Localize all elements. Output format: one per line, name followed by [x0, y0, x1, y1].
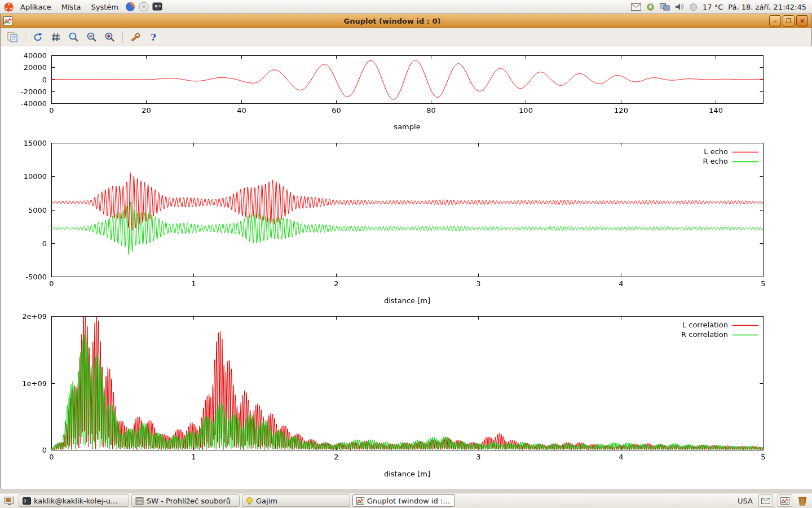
toggle-grid-button[interactable] — [48, 30, 63, 45]
menu-applications-label: Aplikace — [20, 3, 51, 11]
minimize-button[interactable]: – — [769, 15, 781, 27]
top-panel: Aplikace Místa Systém 17 °C Pá, 18. září… — [0, 0, 812, 14]
distributor-logo-icon[interactable] — [2, 1, 15, 13]
gnuplot-toolbar: ? — [1, 28, 811, 46]
taskbar-button-terminal[interactable]: kaklik@kaklik-kolej-u... — [19, 494, 129, 507]
taskbar-button-gajim[interactable]: Gajim — [242, 494, 350, 507]
titlebar[interactable]: Gnuplot (window id : 0) – ❐ ✕ — [1, 14, 811, 28]
replot-button[interactable] — [30, 30, 45, 45]
toolbar-separator — [122, 32, 123, 43]
toolbar-separator — [25, 32, 25, 43]
zoom-previous-button[interactable] — [85, 30, 99, 45]
gnuplot-tray-icon[interactable] — [778, 494, 792, 507]
plot-area — [1, 46, 812, 490]
terminal-icon — [23, 497, 31, 505]
taskbar-button-gnuplot[interactable]: Gnuplot (window id : 0) — [352, 494, 455, 507]
show-desktop-button[interactable] — [2, 494, 16, 507]
settings-wrench-button[interactable] — [128, 30, 143, 45]
file-cabinet-icon — [135, 497, 144, 505]
taskbar-tray: USA — [736, 494, 810, 507]
mail-notify-icon[interactable] — [631, 3, 641, 11]
volume-icon[interactable] — [675, 3, 684, 11]
help-launcher-icon[interactable] — [138, 1, 150, 13]
menu-system[interactable]: Systém — [86, 2, 122, 12]
screenshot-launcher-icon[interactable] — [151, 1, 164, 13]
window-title: Gnuplot (window id : 0) — [15, 17, 769, 25]
gajim-bulb-icon — [246, 497, 253, 505]
update-notifier-icon[interactable] — [646, 3, 655, 11]
copy-to-clipboard-button[interactable] — [5, 30, 20, 45]
help-button[interactable]: ? — [146, 30, 161, 45]
help-question-glyph: ? — [151, 32, 156, 43]
clock-applet[interactable]: Pá, 18. září, 21:42:45 — [728, 3, 806, 11]
menu-applications[interactable]: Aplikace — [16, 2, 56, 12]
taskbar: kaklik@kaklik-kolej-u... SW - Prohlížeč … — [0, 493, 812, 508]
maximize-button[interactable]: ❐ — [783, 15, 795, 27]
taskbar-button-label: kaklik@kaklik-kolej-u... — [34, 497, 117, 505]
taskbar-button-file-browser[interactable]: SW - Prohlížeč souborů — [131, 494, 240, 507]
network-monitor-icon[interactable] — [660, 3, 670, 11]
panel-tray: 17 °C Pá, 18. září, 21:42:45 — [631, 3, 810, 11]
trash-icon[interactable] — [797, 496, 808, 506]
gnuplot-icon — [356, 497, 364, 505]
keyboard-layout-indicator[interactable]: USA — [736, 497, 754, 505]
mail-tray-icon[interactable] — [758, 494, 773, 507]
zoom-region-button[interactable] — [67, 30, 81, 45]
firefox-launcher-icon[interactable] — [124, 1, 136, 13]
gnuplot-plot-canvas[interactable] — [1, 46, 812, 490]
taskbar-button-label: Gajim — [256, 497, 277, 505]
zoom-next-button[interactable] — [103, 30, 117, 45]
taskbar-button-label: SW - Prohlížeč souborů — [147, 497, 231, 505]
weather-icon[interactable] — [689, 3, 698, 11]
window-controls: – ❐ ✕ — [769, 15, 808, 27]
close-button[interactable]: ✕ — [796, 15, 808, 27]
menu-places[interactable]: Místa — [57, 2, 86, 12]
temperature-applet[interactable]: 17 °C — [703, 3, 723, 11]
gnuplot-window-icon — [3, 16, 13, 26]
taskbar-button-label: Gnuplot (window id : 0) — [367, 497, 451, 505]
menu-places-label: Místa — [61, 3, 81, 11]
gnuplot-window: Gnuplot (window id : 0) – ❐ ✕ — [0, 14, 812, 493]
menu-system-label: Systém — [91, 3, 118, 11]
